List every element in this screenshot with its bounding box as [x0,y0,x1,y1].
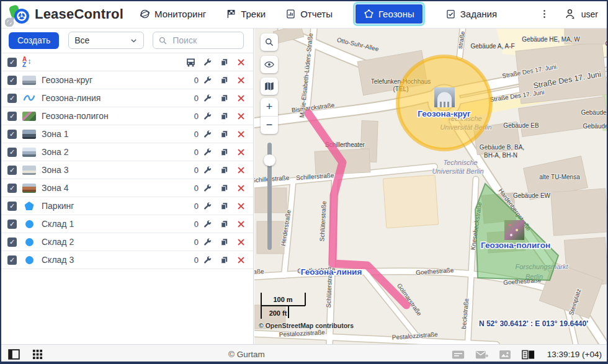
geozone-count: 0 [186,148,199,157]
wrench-icon[interactable] [199,94,216,103]
circle-shape-icon [25,238,34,246]
image-icon[interactable] [499,350,511,360]
copy-icon[interactable] [216,202,233,211]
tab-label: Треки [241,9,266,19]
geozone-row[interactable]: ✓Геозона-линия0 [0,89,253,107]
delete-icon[interactable] [233,238,249,246]
wrench-icon[interactable] [199,76,216,85]
tab-geofences[interactable]: Геозоны [355,4,422,24]
tab-tracks[interactable]: Треки [226,9,266,19]
geozone-name: Зона 1 [42,129,186,139]
wrench-icon[interactable] [199,130,216,139]
zoom-slider-knob[interactable] [264,154,275,166]
copy-icon[interactable] [216,237,233,247]
sort-az-icon[interactable]: A↕Z [22,56,31,68]
row-checkbox[interactable]: ✓ [7,255,17,265]
copy-icon[interactable] [216,184,233,193]
delete-icon[interactable] [233,202,249,210]
filter-select-value: Все [74,35,89,45]
zoom-in-button[interactable]: + [261,98,278,117]
copyright: © Gurtam [228,350,265,359]
search-input[interactable] [171,35,238,46]
geozone-name: Склад 2 [42,237,186,247]
geozone-row[interactable]: ✓Геозона-полигон0 [0,107,253,125]
row-checkbox[interactable]: ✓ [7,94,17,103]
map-label: Gebäude B, BA, [480,144,524,151]
geozone-row[interactable]: ✓Зона 20 [0,143,253,161]
geozone-row[interactable]: ✓Геозона-круг0 [0,71,253,89]
delete-icon[interactable] [233,130,249,138]
geozone-row[interactable]: ✓Зона 40 [0,179,253,197]
geozone-row[interactable]: ✓Склад 10 [0,215,253,233]
delete-icon[interactable] [233,76,249,84]
geozone-row[interactable]: ✓Зона 10 [0,125,253,143]
geozone-row[interactable]: ✓Паркинг0 [0,197,253,215]
map-visibility-button[interactable] [261,56,278,73]
wrench-icon[interactable] [199,255,216,265]
copy-icon[interactable] [216,112,233,121]
delete-icon[interactable] [233,148,249,156]
filter-select[interactable]: Все [68,32,144,49]
row-checkbox[interactable]: ✓ [7,148,17,157]
row-checkbox[interactable]: ✓ [7,237,17,247]
wrench-icon[interactable] [199,112,216,121]
copy-icon[interactable] [216,76,233,85]
select-all-checkbox[interactable]: ✓ [7,58,17,67]
row-checkbox[interactable]: ✓ [7,76,17,85]
card-icon[interactable] [452,350,465,360]
wrench-icon[interactable] [199,148,216,157]
grid-icon[interactable] [32,349,43,360]
wrench-icon[interactable] [199,184,216,193]
panel-layout-icon[interactable] [8,349,20,360]
tab-tasks[interactable]: Задания [445,9,497,19]
zoom-out-button[interactable]: − [261,117,278,135]
create-button[interactable]: Создать [9,32,59,49]
delete-icon[interactable] [233,166,249,174]
copy-icon[interactable] [216,255,233,265]
copy-icon[interactable] [216,220,233,229]
wrench-icon[interactable] [199,58,216,67]
map-label: Gebäude EW [513,192,551,199]
delete-icon[interactable] [233,112,249,120]
mail-plus-icon[interactable] [475,350,488,360]
geozone-row[interactable]: ✓Склад 20 [0,233,253,251]
copy-icon[interactable] [216,148,233,157]
geozone-row[interactable]: ✓Склад 30 [0,251,253,269]
map-layers-button[interactable] [261,78,278,95]
wrench-icon[interactable] [199,237,216,247]
delete-icon[interactable] [233,220,249,228]
row-checkbox[interactable]: ✓ [7,130,17,139]
delete-icon[interactable] [233,184,249,192]
delete-icon[interactable] [233,256,249,264]
user-menu[interactable]: user [563,7,598,20]
geozone-circle-label: Геозона-круг [418,109,471,118]
layers-icon [264,81,275,92]
geozone-row[interactable]: ✓Зона 30 [0,161,253,179]
row-checkbox[interactable]: ✓ [7,202,17,211]
transport-icon[interactable] [182,56,199,68]
row-checkbox[interactable]: ✓ [7,184,17,193]
row-checkbox[interactable]: ✓ [7,220,17,229]
copy-icon[interactable] [216,58,233,67]
wrench-icon[interactable] [199,220,216,229]
row-checkbox[interactable]: ✓ [7,112,17,121]
geozone-circle-overlay[interactable]: Геозона-круг [398,56,491,149]
search-box[interactable] [153,32,244,49]
wrench-icon[interactable] [199,202,216,211]
geozones-list: ✓Геозона-круг0✓Геозона-линия0✓Геозона-по… [0,71,253,269]
map-search-button[interactable] [261,33,278,51]
tab-monitoring[interactable]: Мониторинг [140,9,206,19]
delete-icon[interactable] [233,94,249,102]
screen-split-icon[interactable] [522,350,535,360]
map-canvas: Otto-Suhr-AlleeMarie-Elisabeth-Lüders-St… [254,28,607,345]
tab-reports[interactable]: Отчеты [285,9,333,19]
delete-icon[interactable] [233,58,249,66]
row-checkbox[interactable]: ✓ [7,166,17,175]
geozone-count: 0 [186,76,199,85]
copy-icon[interactable] [216,94,233,103]
kebab-menu-icon[interactable] [539,9,550,19]
copy-icon[interactable] [216,130,233,139]
wrench-icon[interactable] [199,166,216,175]
map[interactable]: Otto-Suhr-AlleeMarie-Elisabeth-Lüders-St… [254,28,607,345]
copy-icon[interactable] [216,166,233,175]
